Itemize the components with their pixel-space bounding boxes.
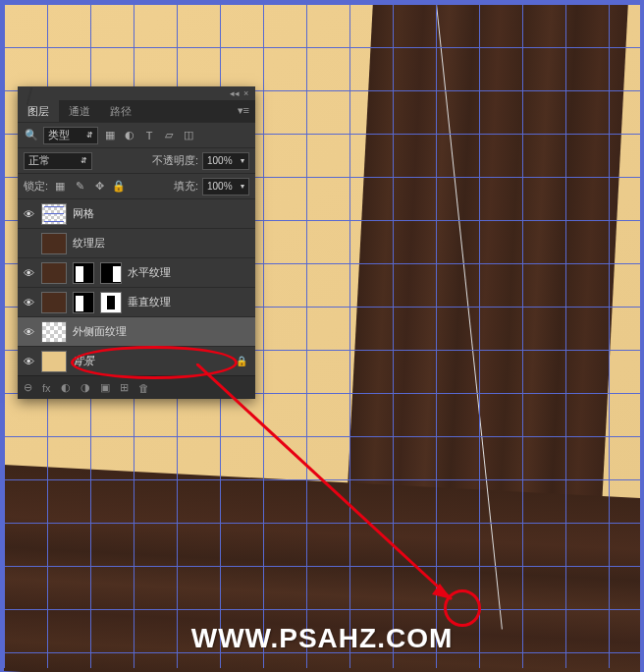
layer-mask-2[interactable] <box>100 262 122 284</box>
layer-row[interactable]: 👁 纹理层 <box>18 228 255 257</box>
collapse-icon[interactable]: ◂◂ <box>230 89 238 97</box>
lock-paint-icon[interactable]: ✎ <box>72 179 87 195</box>
lock-row: 锁定: ▦ ✎ ✥ 🔒 填充: 100% ▾ <box>18 173 255 198</box>
layer-row[interactable]: 👁 背景 🔒 <box>18 346 255 375</box>
opacity-value: 100% <box>207 155 233 166</box>
tab-channels[interactable]: 通道 <box>59 100 100 122</box>
layer-name[interactable]: 水平纹理 <box>128 265 171 280</box>
mask-icon[interactable]: ◐ <box>61 381 71 394</box>
filter-adjust-icon[interactable]: ◐ <box>122 128 137 143</box>
watermark-text: WWW.PSAHZ.COM <box>191 623 454 654</box>
adjustment-icon[interactable]: ◑ <box>80 381 90 394</box>
filter-smart-icon[interactable]: ◫ <box>181 128 196 143</box>
chevron-down-icon: ⇵ <box>86 131 93 140</box>
new-layer-icon[interactable]: ⊞ <box>120 381 129 394</box>
panel-header: ◂◂ × <box>18 86 255 100</box>
lock-transparency-icon[interactable]: ▦ <box>52 179 68 195</box>
panel-tabs: 图层 通道 路径 ▾≡ <box>18 100 255 122</box>
layer-row-selected[interactable]: 👁 外侧面纹理 <box>18 316 255 346</box>
lock-move-icon[interactable]: ✥ <box>91 179 107 195</box>
opacity-input[interactable]: 100% ▾ <box>202 152 249 170</box>
visibility-icon[interactable]: 👁 <box>22 208 35 220</box>
layer-name[interactable]: 外侧面纹理 <box>73 324 127 339</box>
search-icon: 🔍 <box>24 128 39 143</box>
layer-mask-2[interactable] <box>100 292 122 313</box>
layer-list: 👁 网格 👁 纹理层 👁 水平纹理 👁 垂直纹理 👁 外侧面纹理 <box>18 198 255 375</box>
lock-label: 锁定: <box>24 179 48 194</box>
blend-row: 正常 ⇵ 不透明度: 100% ▾ <box>18 147 255 173</box>
layer-thumbnail[interactable] <box>41 292 67 313</box>
layers-panel[interactable]: ◂◂ × 图层 通道 路径 ▾≡ 🔍 类型 ⇵ ▦ ◐ T ▱ ◫ 正常 ⇵ 不… <box>18 86 255 399</box>
layer-name[interactable]: 纹理层 <box>73 236 105 251</box>
filter-type-select[interactable]: 类型 ⇵ <box>43 127 98 144</box>
close-icon[interactable]: × <box>243 89 251 97</box>
filter-shape-icon[interactable]: ▱ <box>161 128 177 143</box>
link-icon[interactable]: ⊖ <box>24 381 32 394</box>
visibility-icon[interactable]: 👁 <box>22 326 35 338</box>
visibility-icon[interactable]: 👁 <box>22 297 35 308</box>
tab-paths[interactable]: 路径 <box>100 100 141 122</box>
filter-label: 类型 <box>48 128 70 142</box>
layer-row[interactable]: 👁 垂直纹理 <box>18 287 255 316</box>
fill-label: 填充: <box>174 179 198 194</box>
fill-value: 100% <box>207 181 233 192</box>
opacity-label: 不透明度: <box>152 153 198 168</box>
layer-thumbnail[interactable] <box>41 321 67 343</box>
layer-name[interactable]: 背景 <box>73 354 94 368</box>
layer-panel-footer: ⊖ fx ◐ ◑ ▣ ⊞ 🗑 <box>18 375 255 399</box>
layer-mask[interactable] <box>73 262 94 284</box>
group-icon[interactable]: ▣ <box>100 381 110 394</box>
trash-icon[interactable]: 🗑 <box>138 382 149 394</box>
layer-name[interactable]: 垂直纹理 <box>128 295 171 309</box>
layer-name[interactable]: 网格 <box>73 206 94 221</box>
visibility-icon[interactable]: 👁 <box>22 267 35 279</box>
filter-text-icon[interactable]: T <box>141 128 157 143</box>
layer-row[interactable]: 👁 水平纹理 <box>18 257 255 287</box>
layer-thumbnail[interactable] <box>41 351 67 372</box>
filter-pixel-icon[interactable]: ▦ <box>102 128 118 143</box>
blend-mode-select[interactable]: 正常 ⇵ <box>24 152 92 170</box>
tab-layers[interactable]: 图层 <box>18 100 59 122</box>
chevron-down-icon: ▾ <box>241 156 244 165</box>
fill-input[interactable]: 100% ▾ <box>202 178 249 196</box>
visibility-icon[interactable]: 👁 <box>22 356 35 367</box>
panel-menu-icon[interactable]: ▾≡ <box>232 100 255 122</box>
lock-all-icon[interactable]: 🔒 <box>111 179 127 195</box>
layer-thumbnail[interactable] <box>41 233 67 254</box>
filter-row: 🔍 类型 ⇵ ▦ ◐ T ▱ ◫ <box>18 122 255 147</box>
layer-thumbnail[interactable] <box>41 203 67 225</box>
layer-mask[interactable] <box>73 292 94 313</box>
chevron-down-icon: ▾ <box>241 182 244 191</box>
layer-row[interactable]: 👁 网格 <box>18 198 255 228</box>
layer-thumbnail[interactable] <box>41 262 67 284</box>
chevron-down-icon: ⇵ <box>80 156 87 165</box>
lock-icon: 🔒 <box>236 356 247 366</box>
blend-mode-value: 正常 <box>28 153 50 168</box>
fx-icon[interactable]: fx <box>42 382 51 394</box>
